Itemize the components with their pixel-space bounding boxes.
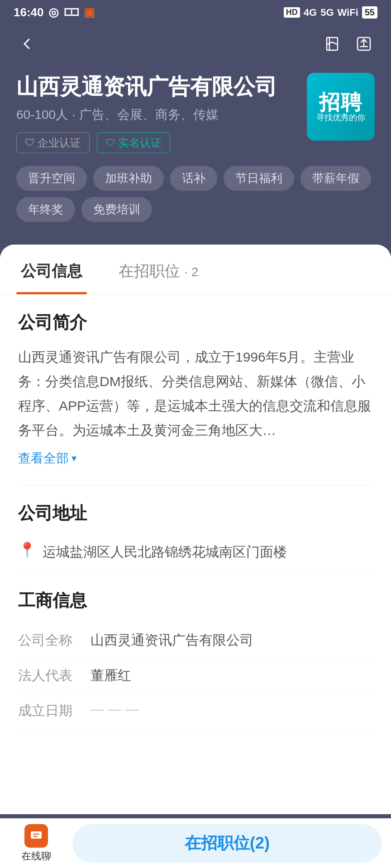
time-display: 16:40 (14, 5, 44, 19)
tab-jobs[interactable]: 在招职位 · 2 (114, 245, 203, 294)
notification-icon: 🀱 (63, 5, 79, 19)
company-address-section: 公司地址 📍 运城盐湖区人民北路锦绣花城南区门面楼 (0, 486, 391, 572)
share-button[interactable] (350, 30, 377, 57)
signal-icon: ◎ (48, 5, 59, 19)
business-title: 工商信息 (18, 589, 373, 612)
info-value-name: 山西灵通资讯广告有限公司 (91, 631, 373, 650)
chevron-down-icon: ▾ (72, 453, 76, 464)
address-text: 运城盐湖区人民北路锦绣花城南区门面楼 (43, 540, 287, 563)
welfare-tag-1: 晋升空间 (16, 166, 87, 191)
hd-badge: HD (284, 7, 300, 18)
wifi-icon: WiFi (338, 7, 358, 19)
info-row-2: 法人代表 董雁红 (18, 658, 373, 693)
welfare-tag-2: 加班补助 (93, 166, 164, 191)
bookmark-button[interactable] (319, 30, 346, 57)
bottom-bar: 在线聊 在招职位(2) (0, 818, 391, 868)
main-content: 公司信息 在招职位 · 2 公司简介 山西灵通资讯广告有限公司，成立于1996年… (0, 245, 391, 814)
company-logo: 招聘 寻找优秀的你 (307, 73, 375, 141)
tabs: 公司信息 在招职位 · 2 (0, 245, 391, 295)
chat-label: 在线聊 (21, 849, 51, 863)
svg-rect-4 (31, 831, 42, 839)
enterprise-badge: 🛡 企业认证 (16, 132, 90, 153)
welfare-tag-3: 话补 (170, 166, 217, 191)
company-badges: 🛡 企业认证 🛡 实名认证 (16, 132, 277, 153)
logo-subtitle: 寻找优秀的你 (316, 113, 365, 123)
intro-title: 公司简介 (18, 311, 373, 334)
company-header: 山西灵通资讯广告有限公司 60-100人 · 广告、会展、商务、传媒 🛡 企业认… (0, 68, 391, 245)
location-icon: 📍 (18, 541, 36, 558)
shield-icon-2: 🛡 (105, 137, 115, 149)
business-info-section: 工商信息 公司全称 山西灵通资讯广告有限公司 法人代表 董雁红 成立日期 — —… (0, 573, 391, 733)
welfare-tag-6: 年终奖 (16, 197, 75, 222)
logo-title: 招聘 (319, 91, 362, 114)
info-row-3: 成立日期 — — — (18, 693, 373, 729)
welfare-tag-5: 带薪年假 (300, 166, 371, 191)
4g-icon: 4G (304, 7, 317, 19)
info-value-rep: 董雁红 (91, 666, 373, 685)
welfare-tag-4: 节日福利 (224, 166, 294, 191)
app-icon: ▣ (84, 5, 95, 19)
battery-icon: 55 (362, 6, 377, 19)
welfare-tag-7: 免费培训 (81, 197, 152, 222)
tab-company-info[interactable]: 公司信息 (16, 245, 87, 294)
company-name: 山西灵通资讯广告有限公司 (16, 73, 277, 101)
company-intro-section: 公司简介 山西灵通资讯广告有限公司，成立于1996年5月。主营业务：分类信息DM… (0, 295, 391, 485)
welfare-tags: 晋升空间 加班补助 话补 节日福利 带薪年假 年终奖 免费培训 (16, 166, 375, 222)
info-label-name: 公司全称 (18, 631, 91, 650)
status-bar: 16:40 ◎ 🀱 ▣ HD 4G 5G WiFi 55 (0, 0, 391, 23)
jobs-button[interactable]: 在招职位(2) (72, 824, 382, 863)
chat-icon (24, 824, 48, 848)
address-title: 公司地址 (18, 502, 373, 525)
company-meta: 60-100人 · 广告、会展、商务、传媒 (16, 106, 277, 123)
shield-icon: 🛡 (25, 137, 35, 149)
info-row-1: 公司全称 山西灵通资讯广告有限公司 (18, 623, 373, 658)
back-button[interactable] (14, 30, 41, 57)
5g-icon: 5G (320, 7, 334, 19)
address-row: 📍 运城盐湖区人民北路锦绣花城南区门面楼 (18, 536, 373, 568)
intro-text: 山西灵通资讯广告有限公司，成立于1996年5月。主营业务：分类信息DM报纸、分类… (18, 345, 373, 443)
info-label-rep: 法人代表 (18, 666, 91, 685)
info-label-date: 成立日期 (18, 702, 91, 720)
jobs-count-badge: · 2 (184, 265, 198, 279)
real-name-badge: 🛡 实名认证 (97, 132, 170, 153)
view-all-button[interactable]: 查看全部 ▾ (18, 450, 373, 467)
chat-button[interactable]: 在线聊 (0, 819, 72, 868)
nav-bar (0, 23, 391, 68)
info-value-date: — — — (91, 702, 373, 720)
